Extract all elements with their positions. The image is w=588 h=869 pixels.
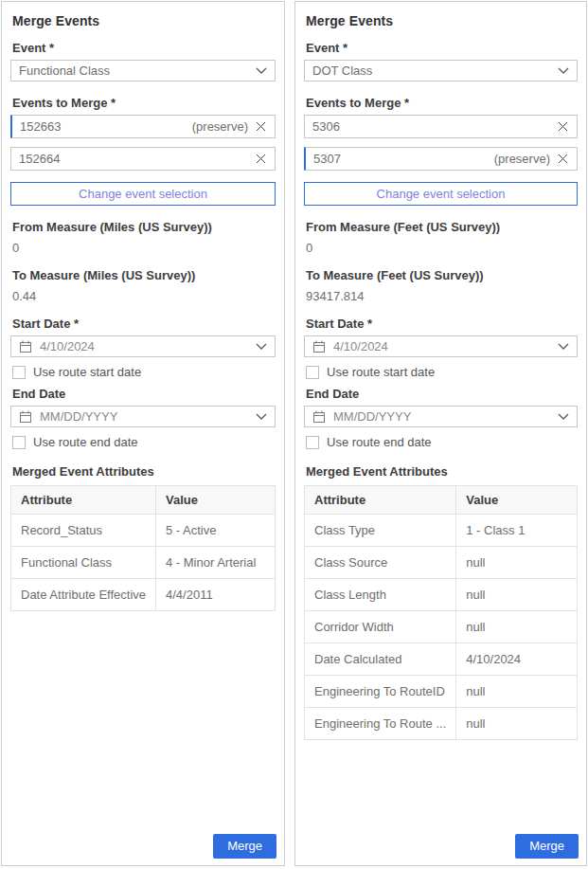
table-row: Class Length null (305, 579, 578, 611)
remove-event-icon[interactable] (255, 153, 267, 165)
table-row: Engineering To Route ... null (305, 708, 578, 740)
change-event-selection-button[interactable]: Change event selection (10, 182, 276, 206)
remove-event-icon[interactable] (255, 120, 267, 133)
attribute-cell: Date Attribute Effective (11, 579, 156, 611)
to-measure-value: 0.44 (12, 289, 276, 303)
end-date-picker[interactable]: MM/DD/YYYY (10, 406, 276, 427)
value-cell: 1 - Class 1 (456, 515, 578, 547)
event-select-value: DOT Class (312, 63, 372, 78)
to-measure-label: To Measure (Miles (US Survey)) (12, 268, 276, 282)
attribute-cell: Engineering To RouteID (305, 676, 456, 708)
use-route-end-date-label: Use route end date (33, 435, 138, 449)
end-date-picker[interactable]: MM/DD/YYYY (304, 406, 578, 427)
attribute-cell: Date Calculated (305, 643, 456, 676)
attribute-cell: Engineering To Route ... (305, 708, 456, 740)
from-measure-label: From Measure (Feet (US Survey)) (306, 220, 578, 234)
table-row: Class Type 1 - Class 1 (305, 515, 578, 547)
event-id-input[interactable]: 152663 (preserve) (10, 115, 276, 138)
table-row: Date Calculated 4/10/2024 (305, 643, 578, 676)
end-date-placeholder: MM/DD/YYYY (333, 409, 411, 424)
calendar-icon (19, 340, 32, 353)
merge-events-panel-right: Merge Events Event * DOT Class Events to… (294, 1, 587, 866)
use-route-start-date-label: Use route start date (33, 365, 141, 379)
start-date-label: Start Date * (306, 317, 578, 331)
chevron-down-icon (256, 343, 267, 350)
value-column-header: Value (156, 486, 276, 515)
remove-event-icon[interactable] (557, 153, 569, 165)
event-id-value: 152663 (20, 119, 61, 134)
use-route-end-date-checkbox[interactable] (306, 436, 319, 449)
attribute-cell: Class Type (305, 515, 456, 547)
attribute-cell: Class Length (305, 579, 456, 611)
merged-attributes-table: Attribute Value Record_Status 5 - Active… (10, 485, 276, 611)
table-header-row: Attribute Value (11, 486, 276, 515)
from-measure-value: 0 (12, 241, 276, 255)
chevron-down-icon (558, 343, 569, 350)
table-row: Record_Status 5 - Active (11, 515, 276, 547)
calendar-icon (312, 410, 326, 424)
start-date-value: 4/10/2024 (333, 339, 388, 353)
table-row: Functional Class 4 - Minor Arterial (11, 547, 276, 579)
event-id-input[interactable]: 5307 (preserve) (304, 147, 578, 171)
use-route-start-date-row: Use route start date (306, 365, 578, 379)
event-id-value: 152664 (19, 152, 60, 166)
merge-button[interactable]: Merge (515, 834, 579, 859)
calendar-icon (19, 410, 32, 424)
from-measure-label: From Measure (Miles (US Survey)) (12, 220, 276, 234)
chevron-down-icon (558, 413, 569, 420)
chevron-down-icon (256, 67, 267, 74)
value-cell: null (456, 676, 578, 708)
events-to-merge-label: Events to Merge * (12, 96, 276, 110)
events-to-merge-label: Events to Merge * (306, 96, 578, 110)
attribute-cell: Functional Class (11, 547, 156, 579)
use-route-end-date-row: Use route end date (306, 435, 578, 449)
merge-button[interactable]: Merge (213, 834, 276, 859)
event-id-input[interactable]: 152664 (10, 147, 276, 171)
merged-event-attributes-label: Merged Event Attributes (12, 464, 276, 479)
panel-title: Merge Events (12, 13, 276, 28)
use-route-start-date-checkbox[interactable] (306, 366, 319, 379)
table-header-row: Attribute Value (305, 486, 578, 515)
value-cell: null (456, 547, 578, 579)
to-measure-label: To Measure (Feet (US Survey)) (306, 268, 578, 282)
to-measure-value: 93417.814 (306, 289, 578, 303)
value-cell: null (456, 579, 578, 611)
use-route-end-date-checkbox[interactable] (12, 436, 26, 449)
table-row: Corridor Width null (305, 611, 578, 643)
event-label: Event * (12, 41, 276, 55)
event-id-value: 5307 (313, 152, 341, 166)
attribute-cell: Corridor Width (305, 611, 456, 643)
table-row: Date Attribute Effective 4/4/2011 (11, 579, 276, 611)
merged-event-attributes-label: Merged Event Attributes (306, 464, 578, 479)
use-route-start-date-checkbox[interactable] (12, 366, 26, 379)
value-cell: 4/4/2011 (156, 579, 276, 611)
remove-event-icon[interactable] (557, 120, 569, 133)
event-label: Event * (306, 41, 578, 55)
start-date-picker[interactable]: 4/10/2024 (10, 335, 276, 357)
value-cell: null (456, 708, 578, 740)
attribute-cell: Class Source (305, 547, 456, 579)
merge-events-app: Merge Events Event * Functional Class Ev… (0, 0, 588, 867)
end-date-label: End Date (306, 387, 578, 401)
start-date-value: 4/10/2024 (40, 339, 95, 353)
end-date-label: End Date (12, 387, 276, 401)
merged-attributes-table: Attribute Value Class Type 1 - Class 1 C… (304, 485, 578, 740)
use-route-start-date-row: Use route start date (12, 365, 276, 379)
change-event-selection-button[interactable]: Change event selection (304, 182, 578, 206)
table-row: Engineering To RouteID null (305, 676, 578, 708)
attribute-column-header: Attribute (11, 486, 156, 515)
start-date-picker[interactable]: 4/10/2024 (304, 335, 578, 357)
calendar-icon (312, 340, 326, 353)
chevron-down-icon (256, 413, 267, 420)
event-select[interactable]: DOT Class (304, 60, 578, 81)
value-column-header: Value (456, 486, 578, 515)
preserve-label: (preserve) (494, 152, 550, 166)
value-cell: null (456, 611, 578, 643)
end-date-placeholder: MM/DD/YYYY (40, 409, 117, 424)
event-id-input[interactable]: 5306 (304, 115, 578, 138)
event-select[interactable]: Functional Class (10, 60, 276, 81)
event-select-value: Functional Class (19, 63, 110, 78)
attribute-cell: Record_Status (11, 515, 156, 547)
value-cell: 4 - Minor Arterial (156, 547, 276, 579)
table-row: Class Source null (305, 547, 578, 579)
